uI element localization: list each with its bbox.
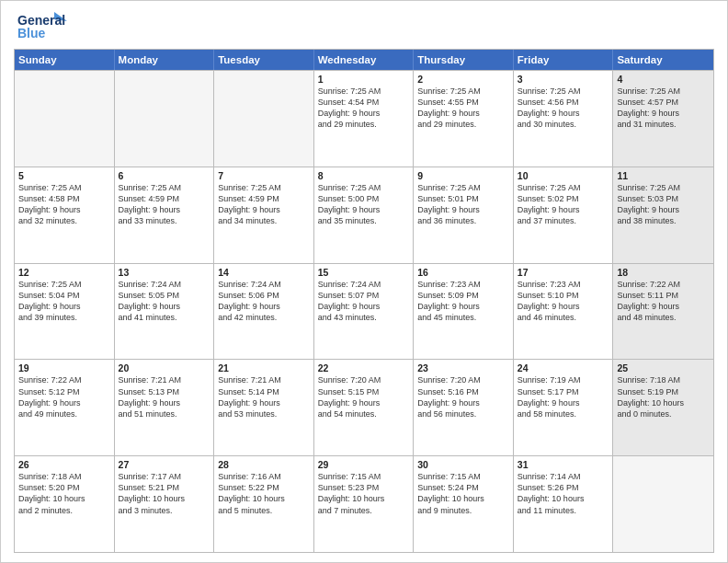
- day-number: 24: [518, 362, 609, 373]
- day-number: 21: [218, 362, 310, 373]
- calendar-header-row: SundayMondayTuesdayWednesdayThursdayFrid…: [15, 50, 713, 70]
- calendar-cell: 22Sunrise: 7:20 AM Sunset: 5:15 PM Dayli…: [314, 360, 415, 455]
- day-info: Sunrise: 7:25 AM Sunset: 4:55 PM Dayligh…: [417, 86, 509, 131]
- day-number: 2: [417, 74, 509, 85]
- day-number: 4: [617, 74, 710, 85]
- day-number: 17: [518, 267, 609, 278]
- calendar-cell: 3Sunrise: 7:25 AM Sunset: 4:56 PM Daylig…: [514, 71, 614, 167]
- calendar-cell: 26Sunrise: 7:18 AM Sunset: 5:20 PM Dayli…: [15, 456, 115, 552]
- day-info: Sunrise: 7:25 AM Sunset: 4:56 PM Dayligh…: [518, 86, 609, 131]
- calendar-cell: 14Sunrise: 7:24 AM Sunset: 5:06 PM Dayli…: [214, 264, 314, 360]
- day-number: 19: [18, 362, 110, 373]
- day-info: Sunrise: 7:22 AM Sunset: 5:11 PM Dayligh…: [617, 279, 710, 324]
- calendar: SundayMondayTuesdayWednesdayThursdayFrid…: [14, 49, 714, 553]
- day-number: 31: [518, 459, 609, 470]
- day-number: 13: [119, 267, 210, 278]
- day-number: 16: [417, 267, 509, 278]
- calendar-cell: 15Sunrise: 7:24 AM Sunset: 5:07 PM Dayli…: [314, 264, 415, 360]
- day-info: Sunrise: 7:25 AM Sunset: 4:59 PM Dayligh…: [119, 182, 210, 227]
- calendar-header-cell: Saturday: [613, 50, 713, 70]
- day-number: 28: [218, 459, 310, 470]
- day-number: 22: [318, 362, 410, 373]
- calendar-week: 1Sunrise: 7:25 AM Sunset: 4:54 PM Daylig…: [15, 70, 713, 167]
- calendar-cell: [214, 71, 314, 167]
- calendar-cell: 31Sunrise: 7:14 AM Sunset: 5:26 PM Dayli…: [514, 456, 614, 552]
- day-info: Sunrise: 7:25 AM Sunset: 4:54 PM Dayligh…: [318, 86, 410, 131]
- day-number: 10: [518, 170, 609, 181]
- day-info: Sunrise: 7:22 AM Sunset: 5:12 PM Dayligh…: [18, 374, 110, 419]
- calendar-header-cell: Thursday: [414, 50, 514, 70]
- day-info: Sunrise: 7:24 AM Sunset: 5:05 PM Dayligh…: [119, 279, 210, 324]
- day-number: 14: [218, 267, 310, 278]
- calendar-cell: 19Sunrise: 7:22 AM Sunset: 5:12 PM Dayli…: [15, 360, 115, 455]
- calendar-week: 19Sunrise: 7:22 AM Sunset: 5:12 PM Dayli…: [15, 359, 713, 455]
- day-number: 15: [318, 267, 410, 278]
- day-info: Sunrise: 7:23 AM Sunset: 5:10 PM Dayligh…: [518, 279, 609, 324]
- day-info: Sunrise: 7:16 AM Sunset: 5:22 PM Dayligh…: [218, 471, 310, 516]
- logo-svg: GeneralBlue: [17, 10, 67, 43]
- day-number: 8: [318, 170, 410, 181]
- calendar-cell: 28Sunrise: 7:16 AM Sunset: 5:22 PM Dayli…: [214, 456, 314, 552]
- calendar-cell: 7Sunrise: 7:25 AM Sunset: 4:59 PM Daylig…: [214, 167, 314, 263]
- calendar-week: 5Sunrise: 7:25 AM Sunset: 4:58 PM Daylig…: [15, 167, 713, 263]
- calendar-cell: 11Sunrise: 7:25 AM Sunset: 5:03 PM Dayli…: [613, 167, 713, 263]
- calendar-cell: 18Sunrise: 7:22 AM Sunset: 5:11 PM Dayli…: [613, 264, 713, 360]
- day-number: 27: [119, 459, 210, 470]
- day-info: Sunrise: 7:23 AM Sunset: 5:09 PM Dayligh…: [417, 279, 509, 324]
- calendar-cell: 27Sunrise: 7:17 AM Sunset: 5:21 PM Dayli…: [115, 456, 215, 552]
- day-number: 1: [318, 74, 410, 85]
- calendar-header-cell: Wednesday: [314, 50, 415, 70]
- day-info: Sunrise: 7:25 AM Sunset: 5:01 PM Dayligh…: [417, 182, 509, 227]
- day-info: Sunrise: 7:25 AM Sunset: 4:59 PM Dayligh…: [218, 182, 310, 227]
- calendar-cell: 24Sunrise: 7:19 AM Sunset: 5:17 PM Dayli…: [514, 360, 614, 455]
- day-number: 26: [18, 459, 110, 470]
- day-info: Sunrise: 7:14 AM Sunset: 5:26 PM Dayligh…: [518, 471, 609, 516]
- day-info: Sunrise: 7:25 AM Sunset: 5:04 PM Dayligh…: [18, 279, 110, 324]
- day-number: 6: [119, 170, 210, 181]
- day-info: Sunrise: 7:25 AM Sunset: 5:03 PM Dayligh…: [617, 182, 710, 227]
- day-info: Sunrise: 7:25 AM Sunset: 5:00 PM Dayligh…: [318, 182, 410, 227]
- day-number: 12: [18, 267, 110, 278]
- day-info: Sunrise: 7:15 AM Sunset: 5:24 PM Dayligh…: [417, 471, 509, 516]
- day-info: Sunrise: 7:25 AM Sunset: 4:57 PM Dayligh…: [617, 86, 710, 131]
- day-number: 29: [318, 459, 410, 470]
- calendar-cell: [613, 456, 713, 552]
- day-info: Sunrise: 7:18 AM Sunset: 5:20 PM Dayligh…: [18, 471, 110, 516]
- day-info: Sunrise: 7:25 AM Sunset: 4:58 PM Dayligh…: [18, 182, 110, 227]
- day-info: Sunrise: 7:17 AM Sunset: 5:21 PM Dayligh…: [119, 471, 210, 516]
- day-info: Sunrise: 7:20 AM Sunset: 5:15 PM Dayligh…: [318, 374, 410, 419]
- day-info: Sunrise: 7:24 AM Sunset: 5:06 PM Dayligh…: [218, 279, 310, 324]
- calendar-cell: 16Sunrise: 7:23 AM Sunset: 5:09 PM Dayli…: [414, 264, 514, 360]
- day-number: 9: [417, 170, 509, 181]
- day-number: 20: [119, 362, 210, 373]
- day-info: Sunrise: 7:21 AM Sunset: 5:14 PM Dayligh…: [218, 374, 310, 419]
- day-number: 23: [417, 362, 509, 373]
- calendar-cell: 10Sunrise: 7:25 AM Sunset: 5:02 PM Dayli…: [514, 167, 614, 263]
- day-info: Sunrise: 7:21 AM Sunset: 5:13 PM Dayligh…: [119, 374, 210, 419]
- calendar-header-cell: Tuesday: [214, 50, 314, 70]
- calendar-cell: 1Sunrise: 7:25 AM Sunset: 4:54 PM Daylig…: [314, 71, 415, 167]
- day-number: 11: [617, 170, 710, 181]
- day-info: Sunrise: 7:18 AM Sunset: 5:19 PM Dayligh…: [617, 374, 710, 419]
- day-info: Sunrise: 7:24 AM Sunset: 5:07 PM Dayligh…: [318, 279, 410, 324]
- calendar-week: 12Sunrise: 7:25 AM Sunset: 5:04 PM Dayli…: [15, 263, 713, 360]
- calendar-cell: 21Sunrise: 7:21 AM Sunset: 5:14 PM Dayli…: [214, 360, 314, 455]
- calendar-cell: 9Sunrise: 7:25 AM Sunset: 5:01 PM Daylig…: [414, 167, 514, 263]
- logo: GeneralBlue: [17, 10, 67, 43]
- calendar-cell: [15, 71, 115, 167]
- calendar-cell: 25Sunrise: 7:18 AM Sunset: 5:19 PM Dayli…: [613, 360, 713, 455]
- page-header: GeneralBlue: [1, 1, 727, 49]
- day-info: Sunrise: 7:20 AM Sunset: 5:16 PM Dayligh…: [417, 374, 509, 419]
- calendar-cell: [115, 71, 215, 167]
- calendar-cell: 12Sunrise: 7:25 AM Sunset: 5:04 PM Dayli…: [15, 264, 115, 360]
- svg-text:Blue: Blue: [17, 26, 46, 40]
- day-number: 30: [417, 459, 509, 470]
- calendar-week: 26Sunrise: 7:18 AM Sunset: 5:20 PM Dayli…: [15, 455, 713, 552]
- calendar-cell: 23Sunrise: 7:20 AM Sunset: 5:16 PM Dayli…: [414, 360, 514, 455]
- day-info: Sunrise: 7:25 AM Sunset: 5:02 PM Dayligh…: [518, 182, 609, 227]
- calendar-cell: 20Sunrise: 7:21 AM Sunset: 5:13 PM Dayli…: [115, 360, 215, 455]
- calendar-body: 1Sunrise: 7:25 AM Sunset: 4:54 PM Daylig…: [15, 70, 713, 552]
- day-number: 25: [617, 362, 710, 373]
- calendar-cell: 8Sunrise: 7:25 AM Sunset: 5:00 PM Daylig…: [314, 167, 415, 263]
- day-number: 7: [218, 170, 310, 181]
